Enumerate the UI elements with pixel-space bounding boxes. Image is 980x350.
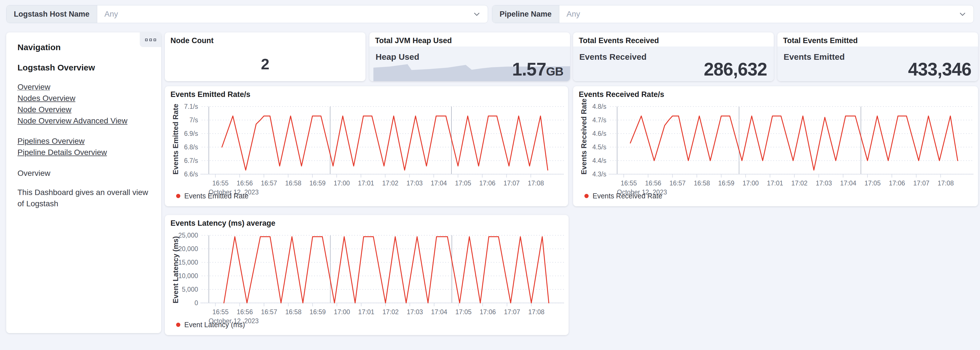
panel-options-button[interactable]: [140, 32, 161, 47]
svg-text:16:56: 16:56: [237, 180, 253, 187]
svg-text:16:59: 16:59: [309, 180, 326, 187]
legend-item-events-received-rate[interactable]: Events Received Rate: [584, 192, 662, 200]
svg-text:16:58: 16:58: [285, 180, 302, 187]
chevron-down-icon: [473, 5, 488, 23]
legend-label: Event Latency (ms): [184, 321, 245, 329]
svg-text:4.6/s: 4.6/s: [592, 130, 606, 137]
legend-label: Events Emitted Rate: [184, 192, 248, 200]
svg-text:17:07: 17:07: [504, 308, 520, 316]
svg-text:17:06: 17:06: [889, 180, 905, 187]
heap-used-value: 1.57GB: [512, 60, 563, 78]
svg-text:17:00: 17:00: [334, 308, 350, 316]
nav-link-pipeline-details-overview[interactable]: Pipeline Details Overview: [18, 147, 107, 158]
events-emitted-metric: Events Emitted 433,346: [777, 46, 978, 81]
svg-text:17:04: 17:04: [431, 180, 447, 187]
svg-text:17:01: 17:01: [358, 180, 374, 187]
logstash-overview-heading: Logstash Overview: [18, 63, 151, 72]
legend-item-events-emitted-rate[interactable]: Events Emitted Rate: [176, 192, 248, 200]
svg-text:6.6/s: 6.6/s: [184, 170, 198, 178]
nav-link-nodes-overview[interactable]: Nodes Overview: [18, 93, 75, 104]
svg-text:17:04: 17:04: [840, 180, 856, 187]
svg-text:0: 0: [194, 299, 198, 307]
panel-options-icon: [145, 38, 148, 41]
svg-text:6.7/s: 6.7/s: [184, 157, 198, 164]
svg-text:17:01: 17:01: [358, 308, 374, 316]
svg-text:16:59: 16:59: [718, 180, 735, 187]
node-count-value: 2: [165, 46, 366, 81]
logstash-host-name-filter-label: Logstash Host Name: [6, 5, 97, 23]
svg-text:17:08: 17:08: [528, 180, 544, 187]
events-emitted-rate-chart[interactable]: 7.1/s7/s6.9/s6.8/s6.7/s6.6/s16:5516:5616…: [165, 86, 568, 206]
svg-text:17:08: 17:08: [528, 308, 545, 316]
svg-text:16:57: 16:57: [670, 180, 686, 187]
svg-text:16:58: 16:58: [694, 180, 710, 187]
svg-text:4.7/s: 4.7/s: [592, 116, 606, 124]
svg-text:4.5/s: 4.5/s: [592, 143, 606, 151]
svg-text:16:59: 16:59: [310, 308, 326, 316]
legend-item-event-latency[interactable]: Event Latency (ms): [176, 321, 245, 329]
logstash-host-name-filter[interactable]: Logstash Host Name Any: [6, 5, 488, 23]
svg-text:7/s: 7/s: [189, 116, 198, 124]
chevron-down-icon: [958, 5, 974, 23]
svg-text:17:02: 17:02: [791, 180, 808, 187]
panel-title: Total Events Received: [579, 37, 659, 45]
legend-dot-icon: [176, 323, 180, 327]
nav-link-overview[interactable]: Overview: [18, 81, 51, 93]
filter-bar: Logstash Host Name Any Pipeline Name Any: [6, 5, 974, 23]
svg-text:17:07: 17:07: [504, 180, 520, 187]
metric-label: Heap Used: [375, 52, 419, 62]
nav-link-node-overview[interactable]: Node Overview: [18, 104, 71, 115]
svg-text:17:00: 17:00: [743, 180, 759, 187]
nav-description: This Dashboard gives an overall view of …: [18, 187, 153, 209]
svg-text:17:05: 17:05: [864, 180, 881, 187]
nav-link-node-overview-advanced-view[interactable]: Node Overview Advanced View: [18, 115, 127, 127]
svg-text:6.8/s: 6.8/s: [184, 143, 198, 151]
svg-text:7.1/s: 7.1/s: [184, 103, 198, 110]
svg-text:17:05: 17:05: [455, 180, 471, 187]
svg-text:16:55: 16:55: [212, 308, 229, 316]
events-latency-panel: Events Latency (ms) average Event Latenc…: [165, 215, 569, 335]
svg-text:10,000: 10,000: [178, 272, 198, 280]
panel-options-icon: [150, 38, 152, 41]
panel-title: Node Count: [170, 37, 213, 45]
svg-text:17:01: 17:01: [767, 180, 783, 187]
svg-text:17:04: 17:04: [431, 308, 447, 316]
svg-text:16:55: 16:55: [212, 180, 229, 187]
svg-text:4.3/s: 4.3/s: [592, 170, 606, 178]
metric-label: Events Emitted: [784, 52, 845, 62]
svg-text:17:05: 17:05: [455, 308, 472, 316]
svg-text:4.4/s: 4.4/s: [592, 157, 606, 164]
heap-used-unit: GB: [546, 65, 563, 78]
events-emitted-value: 433,346: [908, 60, 971, 78]
svg-text:17:00: 17:00: [334, 180, 350, 187]
events-received-rate-chart[interactable]: 4.8/s4.7/s4.6/s4.5/s4.4/s4.3/s16:5516:56…: [573, 86, 978, 206]
events-received-value: 286,632: [704, 60, 767, 78]
nav-link-pipelines-overview[interactable]: Pipelines Overview: [18, 135, 84, 147]
metric-label: Events Received: [579, 52, 646, 62]
logstash-overview-dashboard: { "filters": { "host": { "label": "Logst…: [0, 0, 980, 350]
svg-text:17:08: 17:08: [937, 180, 954, 187]
events-received-metric: Events Received 286,632: [573, 46, 774, 81]
svg-text:17:03: 17:03: [816, 180, 832, 187]
svg-text:5,000: 5,000: [182, 286, 198, 293]
event-latency-chart[interactable]: 25,00020,00015,00010,0005,000016:5516:56…: [165, 215, 569, 335]
pipeline-name-filter[interactable]: Pipeline Name Any: [492, 5, 974, 23]
pipeline-name-filter-label: Pipeline Name: [492, 5, 559, 23]
legend-dot-icon: [176, 194, 180, 198]
events-received-rate-panel: Events Received Rate/s Events Received R…: [573, 86, 978, 206]
legend-label: Events Received Rate: [593, 192, 662, 200]
heap-used-number: 1.57: [512, 59, 546, 80]
svg-text:25,000: 25,000: [178, 232, 198, 239]
svg-text:17:02: 17:02: [382, 308, 399, 316]
total-events-received-panel: Total Events Received Events Received 28…: [573, 32, 774, 81]
pipeline-name-filter-value: Any: [559, 5, 958, 23]
svg-text:17:03: 17:03: [406, 180, 423, 187]
svg-text:16:56: 16:56: [237, 308, 253, 316]
svg-text:16:55: 16:55: [621, 180, 637, 187]
svg-text:16:57: 16:57: [261, 308, 277, 316]
svg-text:17:06: 17:06: [480, 308, 496, 316]
events-emitted-rate-panel: Events Emitted Rate/s Events Emitted Rat…: [165, 86, 568, 206]
panel-title: Total Events Emitted: [783, 37, 858, 45]
heap-used-metric: Heap Used 1.57GB: [369, 46, 570, 81]
svg-text:17:07: 17:07: [913, 180, 929, 187]
